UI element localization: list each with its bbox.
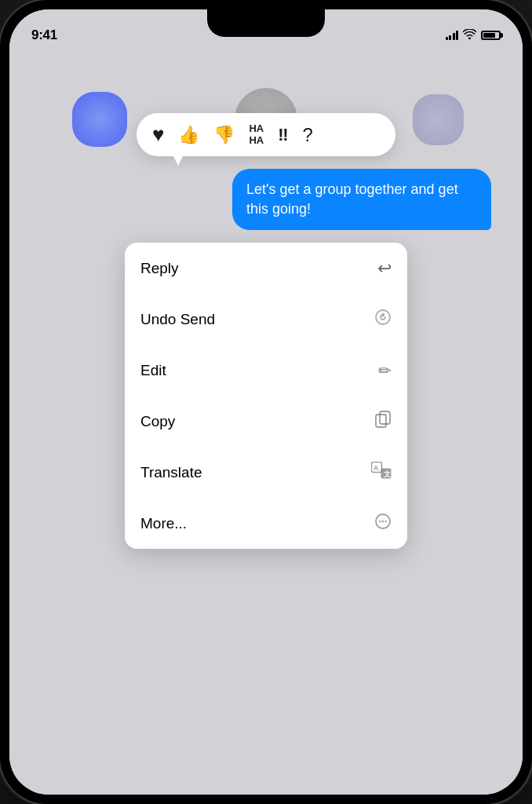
more-icon bbox=[374, 513, 392, 534]
reaction-exclamation[interactable]: ‼︎ bbox=[278, 125, 288, 145]
svg-point-8 bbox=[379, 521, 381, 522]
status-icons bbox=[446, 29, 501, 42]
svg-rect-1 bbox=[380, 411, 390, 424]
reply-label: Reply bbox=[140, 260, 179, 277]
svg-rect-2 bbox=[376, 415, 386, 427]
svg-point-10 bbox=[384, 521, 386, 522]
undo-send-label: Undo Send bbox=[140, 311, 215, 328]
reaction-question[interactable]: ? bbox=[303, 124, 313, 146]
edit-icon: ✏ bbox=[378, 361, 392, 380]
notch bbox=[207, 9, 325, 37]
more-label: More... bbox=[140, 515, 187, 532]
message-bubble: Let's get a group together and get this … bbox=[232, 169, 491, 230]
menu-item-edit[interactable]: Edit ✏ bbox=[125, 345, 407, 396]
messages-background: 9:41 bbox=[9, 9, 523, 795]
svg-point-9 bbox=[382, 521, 384, 522]
copy-label: Copy bbox=[140, 413, 175, 430]
message-text: Let's get a group together and get this … bbox=[246, 181, 458, 217]
phone-screen: 9:41 bbox=[9, 9, 523, 795]
menu-item-copy[interactable]: Copy bbox=[125, 396, 407, 447]
reaction-haha[interactable]: HAHA bbox=[249, 123, 264, 146]
battery-icon bbox=[481, 31, 501, 40]
svg-text:A: A bbox=[373, 464, 379, 472]
translate-icon: A 文 bbox=[371, 462, 392, 483]
reactions-bar: ♥ 👍 👎 HAHA ‼︎ ? bbox=[137, 113, 395, 156]
phone-frame: 9:41 bbox=[0, 0, 532, 804]
translate-label: Translate bbox=[140, 464, 202, 481]
context-menu: Reply ↩ Undo Send bbox=[125, 243, 407, 549]
menu-item-translate[interactable]: Translate A 文 bbox=[125, 447, 407, 498]
menu-item-reply[interactable]: Reply ↩ bbox=[125, 243, 407, 294]
reaction-thumbsdown[interactable]: 👎 bbox=[213, 125, 235, 145]
signal-icon bbox=[446, 31, 459, 40]
reply-icon: ↩ bbox=[377, 258, 392, 279]
wifi-icon bbox=[463, 29, 476, 42]
reaction-heart[interactable]: ♥ bbox=[152, 122, 164, 147]
copy-icon bbox=[374, 411, 392, 432]
edit-label: Edit bbox=[140, 362, 166, 379]
content-area: ♥ 👍 👎 HAHA ‼︎ ? Let's get a group togeth… bbox=[9, 50, 523, 795]
menu-item-undo-send[interactable]: Undo Send bbox=[125, 294, 407, 345]
menu-item-more[interactable]: More... bbox=[125, 498, 407, 549]
undo-send-icon bbox=[374, 309, 392, 331]
svg-text:文: 文 bbox=[384, 470, 391, 478]
svg-point-0 bbox=[376, 310, 390, 324]
status-time: 9:41 bbox=[31, 27, 57, 43]
reaction-thumbsup[interactable]: 👍 bbox=[178, 125, 199, 145]
